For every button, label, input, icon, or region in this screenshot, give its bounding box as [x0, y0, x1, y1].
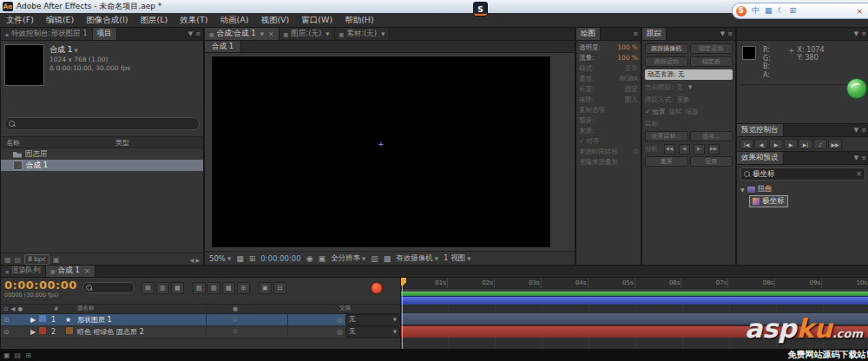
switch-icon[interactable]: ⊙	[233, 316, 238, 323]
project-search-input[interactable]	[4, 117, 200, 130]
pickwhip-icon[interactable]: ◎	[337, 328, 343, 336]
project-column-headers[interactable]: 名称 类型	[1, 136, 203, 148]
tab-tracker[interactable]: 跟踪	[642, 28, 667, 40]
transport-button[interactable]: ▶	[769, 139, 783, 149]
panel-dropdown-icon[interactable]: ▼	[854, 127, 858, 134]
collapse-transforms-icon[interactable]: ⊟	[273, 282, 286, 294]
mask-visibility-icon[interactable]: ⊞	[249, 255, 256, 263]
magnification-select[interactable]: 50%▼	[209, 254, 231, 263]
paint-property-row[interactable]: 来源:	[576, 126, 641, 136]
frame-blend-icon[interactable]: ▧	[193, 282, 206, 294]
clear-search-icon[interactable]: ×	[856, 170, 862, 178]
expand-layer-switches-icon[interactable]: ▣	[3, 351, 10, 359]
column-name[interactable]: 名称	[6, 138, 20, 148]
reset-button[interactable]: 重置	[645, 156, 688, 167]
panel-menu-icon[interactable]: ≡	[861, 154, 866, 161]
effects-search-input[interactable]: 极坐标 ×	[740, 167, 865, 180]
layer-color-chip[interactable]	[39, 327, 46, 334]
analyze-backward-icon[interactable]: ◀◀	[664, 144, 675, 154]
column-source-name[interactable]: 源名称	[77, 305, 206, 312]
composition-viewport[interactable]: +	[212, 56, 550, 247]
analyze-1-frame-backward-icon[interactable]: ◀	[679, 144, 690, 154]
auto-keyframe-icon[interactable]	[371, 282, 383, 294]
analyze-forward-icon[interactable]: ▶▶	[708, 144, 720, 154]
transport-button[interactable]: ▶▶	[828, 139, 842, 149]
eye-icon[interactable]: ⊙	[3, 316, 10, 324]
paint-property-row[interactable]: 长度: 固定	[576, 84, 641, 95]
ime-keyboard-icon[interactable]: ▦	[765, 3, 773, 18]
menu-item[interactable]: 图像合成(I)	[80, 13, 134, 27]
menu-item[interactable]: 窗口(W)	[295, 13, 339, 27]
grid-guides-icon[interactable]: ▦	[236, 255, 244, 263]
view-layout-select[interactable]: 1 视图▼	[444, 253, 470, 264]
panel-menu-icon[interactable]: ≡	[727, 30, 733, 37]
panel-menu-icon[interactable]: ≡	[633, 30, 638, 37]
current-track-select[interactable]: 无	[677, 82, 684, 92]
comp-name[interactable]: 合成 1▼	[49, 44, 130, 56]
paint-property-row[interactable]: 来源时间转移 0	[576, 147, 641, 157]
transport-button[interactable]: ◀	[754, 139, 768, 149]
panel-dropdown-icon[interactable]: ▼	[854, 30, 858, 37]
list-item[interactable]: 合成 1	[1, 160, 203, 171]
tab-project[interactable]: 项目	[93, 28, 117, 40]
graph-editor-icon[interactable]: ⊞	[237, 282, 250, 294]
column-parent[interactable]: 父级	[287, 305, 400, 313]
panel-menu-icon[interactable]: ≡	[195, 30, 201, 37]
menu-item[interactable]: 编辑(E)	[40, 13, 80, 27]
track-type-select[interactable]: 变换	[677, 95, 690, 104]
expander-icon[interactable]: ▼	[740, 187, 745, 193]
expander-icon[interactable]: ▶	[30, 316, 39, 324]
menu-item[interactable]: 文件(F)	[0, 13, 40, 27]
ime-night-icon[interactable]: ☾	[778, 3, 785, 18]
menu-item[interactable]: 效果(T)	[174, 13, 214, 27]
camera-select[interactable]: 有效摄像机▼	[396, 253, 438, 264]
layer-name[interactable]: 暗色 橙绿色 固态层 2	[77, 327, 206, 337]
transport-button[interactable]: ▶|	[799, 139, 812, 149]
parent-select[interactable]: 无▼	[345, 326, 400, 338]
layer-name[interactable]: 形状图层 1	[77, 315, 206, 325]
pickwhip-icon[interactable]: ◎	[337, 316, 343, 324]
menu-item[interactable]: 动画(A)	[214, 13, 254, 27]
eye-icon[interactable]: ⊙	[3, 328, 10, 336]
panel-dropdown-icon[interactable]: ▼	[188, 30, 193, 37]
analyze-1-frame-forward-icon[interactable]: ▶	[694, 144, 705, 154]
table-row[interactable]: ⊙ ▶ 1 ★ 形状图层 1 ⊙ ◎ 无▼	[1, 314, 400, 326]
menu-item[interactable]: 图层(L)	[135, 13, 174, 27]
comp-flowchart-tab[interactable]: 合成 1	[205, 41, 241, 52]
track-motion-button[interactable]: 跟踪运动	[645, 56, 688, 67]
tab-effect-controls[interactable]: ▪ 特效控制台:形状图层 1	[1, 28, 93, 40]
paint-property-row[interactable]: 抹除: 图入	[576, 95, 641, 105]
panel-dropdown-icon[interactable]: ▼	[854, 154, 858, 161]
new-folder-icon[interactable]: ▤	[15, 256, 22, 264]
parent-select[interactable]: 无▼	[345, 314, 400, 325]
rotation-checkbox[interactable]: 旋转	[669, 107, 682, 116]
current-time-display[interactable]: 0:00:00:00	[4, 279, 77, 292]
paint-property-row[interactable]: 预设:	[576, 115, 641, 126]
shy-layers-icon[interactable]: ▦	[171, 282, 184, 294]
effect-category-row[interactable]: ▼ 扭曲	[737, 183, 868, 195]
effect-item-polar-coordinates[interactable]: 极坐标	[749, 195, 788, 207]
timeline-search-input[interactable]	[82, 282, 135, 293]
ime-lang-icon[interactable]: 中	[752, 3, 760, 18]
time-ruler[interactable]: 01s02s03s04s05s06s07s08s09s10s	[401, 278, 868, 289]
apply-button[interactable]: 应用	[690, 156, 733, 167]
work-area-bar[interactable]	[401, 296, 868, 305]
transport-button[interactable]: ♪	[813, 139, 827, 149]
tab-timeline-comp[interactable]: ■ 合成 1 ×	[46, 266, 95, 277]
floating-ball-icon[interactable]	[846, 78, 867, 99]
draft-3d-icon[interactable]: ▥	[156, 282, 169, 294]
paint-property-row[interactable]: 透明度: 100 %	[576, 43, 641, 53]
timeline-column-headers[interactable]: ⊙◀● # 源名称 ● 父级	[1, 304, 400, 314]
expand-transfer-controls-icon[interactable]: ▤	[15, 351, 22, 359]
tab-paint[interactable]: 绘图	[576, 28, 601, 40]
project-bit-depth[interactable]: 8 bpc	[24, 254, 49, 265]
live-update-icon[interactable]: ▩	[222, 282, 235, 294]
comp-mini-flowchart-icon[interactable]: ▤	[141, 282, 155, 294]
motion-blur-icon[interactable]: ▨	[207, 282, 220, 294]
show-snapshot-icon[interactable]: ▣	[319, 255, 326, 263]
switch-icon[interactable]: ⊙	[233, 328, 238, 335]
tab-effects-presets[interactable]: 效果和预设	[737, 152, 784, 164]
layer-color-chip[interactable]	[39, 315, 46, 322]
paint-property-row[interactable]: ✓ 对齐	[576, 136, 641, 147]
ime-toolbox-icon[interactable]: ⊞	[790, 3, 797, 18]
